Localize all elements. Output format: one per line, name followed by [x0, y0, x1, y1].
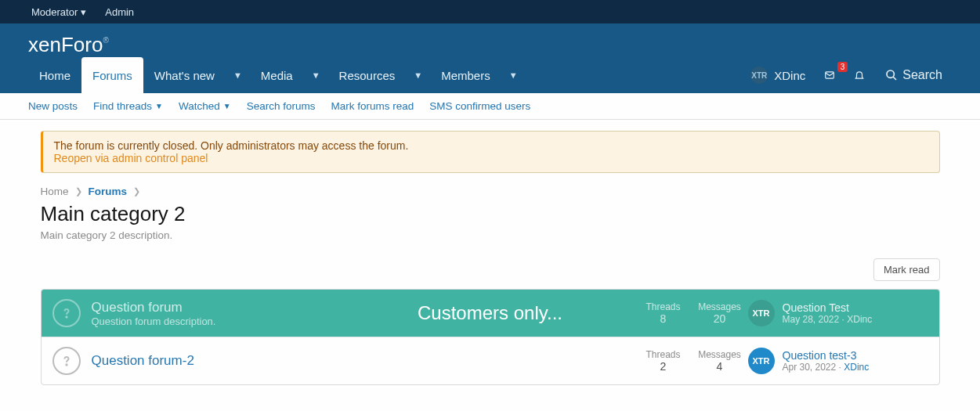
primary-nav: Home Forums What's new ▼ Media ▼ Resourc… — [0, 57, 980, 93]
nav-home[interactable]: Home — [28, 57, 81, 93]
envelope-icon — [824, 70, 835, 81]
inbox-button[interactable]: 3 — [816, 62, 843, 88]
logo-part1: xen — [28, 33, 61, 56]
media-dropdown[interactable]: ▼ — [304, 57, 328, 93]
last-post-title[interactable]: Question test-3 — [783, 349, 870, 362]
moderator-menu[interactable]: Moderator ▾ — [31, 6, 86, 18]
subnav-new-posts[interactable]: New posts — [28, 100, 78, 112]
search-label: Search — [902, 68, 942, 82]
search-icon — [885, 69, 898, 81]
bell-icon — [854, 70, 865, 81]
user-name: XDinc — [774, 69, 805, 82]
search-button[interactable]: Search — [876, 63, 952, 87]
alerts-button[interactable] — [846, 62, 873, 88]
last-post-user[interactable]: XDinc — [844, 362, 869, 373]
last-post-date: May 28, 2022 — [783, 314, 840, 325]
last-post-avatar[interactable]: XTR — [748, 348, 775, 374]
whatsnew-dropdown[interactable]: ▼ — [226, 57, 250, 93]
secondary-nav: New posts Find threads ▼ Watched ▼ Searc… — [0, 93, 980, 120]
question-icon — [52, 347, 81, 375]
last-post-title[interactable]: Question Test — [783, 301, 873, 314]
alert-reopen-link[interactable]: Reopen via admin control panel — [54, 152, 928, 164]
svg-line-2 — [893, 77, 896, 80]
last-post-user[interactable]: XDinc — [847, 314, 872, 325]
site-logo[interactable]: xenForo® — [0, 23, 980, 57]
watched-label: Watched — [179, 100, 220, 112]
access-restriction-overlay: Customers only... — [418, 302, 562, 324]
page-description: Main category 2 description. — [41, 229, 940, 241]
messages-count: 20 — [692, 312, 748, 325]
user-menu[interactable]: XTR XDinc — [743, 62, 813, 88]
chevron-down-icon: ▾ — [81, 6, 86, 18]
logo-reg: ® — [103, 36, 108, 45]
chevron-down-icon: ▼ — [155, 102, 163, 110]
nav-media[interactable]: Media — [250, 57, 304, 93]
mark-read-button[interactable]: Mark read — [873, 258, 940, 281]
page-title: Main category 2 — [41, 202, 940, 226]
messages-label: Messages — [692, 349, 748, 360]
chevron-right-icon: ❯ — [75, 186, 82, 196]
question-icon — [52, 299, 81, 327]
messages-label: Messages — [692, 301, 748, 312]
threads-count: 2 — [635, 360, 692, 373]
alert-message: The forum is currently closed. Only admi… — [54, 139, 928, 152]
admin-bar: Moderator ▾ Admin — [0, 0, 980, 23]
moderator-label: Moderator — [31, 6, 78, 18]
find-threads-label: Find threads — [93, 100, 152, 112]
subnav-mark-read[interactable]: Mark forums read — [331, 100, 414, 112]
nav-resources[interactable]: Resources — [328, 57, 407, 93]
svg-point-4 — [66, 364, 67, 365]
resources-dropdown[interactable]: ▼ — [406, 57, 430, 93]
nav-forums[interactable]: Forums — [81, 57, 143, 94]
breadcrumb-home[interactable]: Home — [41, 186, 69, 197]
threads-count: 8 — [635, 312, 692, 325]
chevron-down-icon: ▼ — [223, 102, 231, 110]
forum-row[interactable]: Question forum Question forum descriptio… — [42, 290, 939, 337]
svg-point-3 — [66, 316, 67, 317]
subnav-find-threads[interactable]: Find threads ▼ — [93, 100, 163, 112]
messages-count: 4 — [692, 360, 748, 373]
site-header: xenForo® Home Forums What's new ▼ Media … — [0, 23, 980, 93]
members-dropdown[interactable]: ▼ — [501, 57, 526, 93]
chevron-right-icon: ❯ — [133, 186, 140, 196]
forum-list: Question forum Question forum descriptio… — [41, 289, 940, 385]
svg-point-1 — [887, 70, 894, 78]
subnav-search-forums[interactable]: Search forums — [247, 100, 316, 112]
subnav-sms[interactable]: SMS confirmed users — [429, 100, 530, 112]
breadcrumb: Home ❯ Forums ❯ — [41, 186, 940, 197]
nav-members[interactable]: Members — [430, 57, 501, 93]
forum-closed-alert: The forum is currently closed. Only admi… — [41, 131, 940, 173]
forum-title[interactable]: Question forum-2 — [92, 353, 635, 369]
threads-label: Threads — [635, 301, 692, 312]
user-avatar: XTR — [750, 67, 768, 84]
logo-part2: Foro — [61, 33, 103, 56]
subnav-watched[interactable]: Watched ▼ — [179, 100, 231, 112]
threads-label: Threads — [635, 349, 692, 360]
breadcrumb-forums[interactable]: Forums — [89, 186, 128, 197]
last-post-date: Apr 30, 2022 — [783, 362, 837, 373]
forum-row[interactable]: Question forum-2 Threads 2 Messages 4 XT… — [42, 337, 939, 384]
last-post-avatar[interactable]: XTR — [748, 300, 775, 326]
admin-link[interactable]: Admin — [105, 6, 134, 18]
nav-whatsnew[interactable]: What's new — [143, 57, 226, 93]
